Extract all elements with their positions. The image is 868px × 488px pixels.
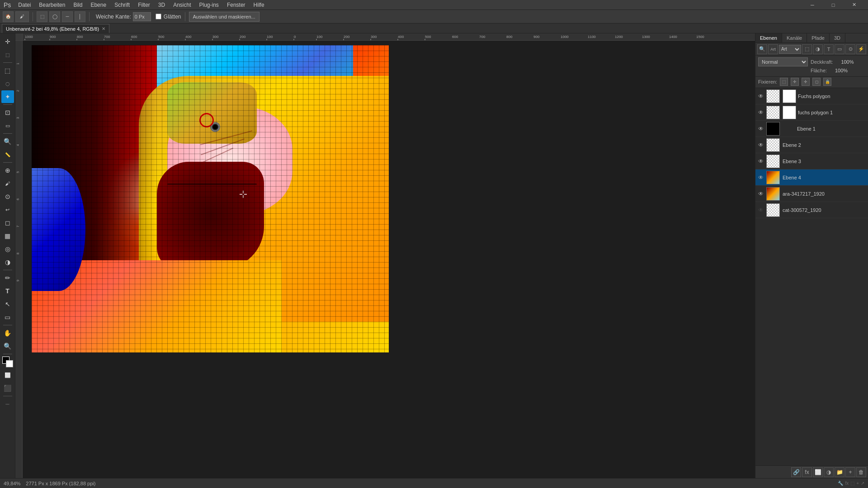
filter-layers-icon[interactable]: 🔍 (757, 44, 767, 54)
text-filter-btn[interactable]: T (824, 44, 834, 54)
brush-tool-left[interactable]: 🖌 (1, 177, 14, 190)
image-canvas-area[interactable] (23, 41, 755, 478)
layer-visibility-eye[interactable]: 👁 (757, 125, 764, 132)
layer-item[interactable]: 👁 Ebene 4 (755, 169, 868, 186)
path-select-left[interactable]: ↖ (1, 298, 14, 310)
status-bar-controls[interactable]: 🔧 fx ⬚ + ↗ (838, 481, 864, 486)
group-layers-btn[interactable]: 📁 (835, 467, 844, 477)
lock-all-btn[interactable]: 🔒 (823, 78, 831, 86)
add-mask-btn[interactable]: ⬜ (813, 467, 823, 477)
layer-name-label: ara-3417217_1920 (783, 191, 866, 197)
single-row-btn[interactable]: ─ (62, 11, 73, 22)
extra-tools[interactable]: ··· (1, 398, 14, 410)
tab-3d[interactable]: 3D (830, 33, 845, 42)
minimize-button[interactable]: ─ (802, 0, 823, 10)
pen-tool-left[interactable]: ✏ (1, 272, 14, 284)
new-layer-btn[interactable]: + (845, 467, 855, 477)
eyedropper-tool[interactable]: 🔍 (1, 135, 14, 148)
layer-visibility-eye[interactable]: 👁 (757, 206, 764, 214)
menu-hilfe[interactable]: Hilfe (250, 1, 268, 9)
layer-item[interactable]: 👁 Ebene 2 (755, 137, 868, 153)
single-col-btn[interactable]: │ (75, 11, 85, 22)
dodge-tool-left[interactable]: ◑ (1, 256, 14, 268)
menu-ebene[interactable]: Ebene (87, 1, 110, 9)
menu-3d[interactable]: 3D (155, 1, 169, 9)
ellipse-sel-btn[interactable]: ◯ (49, 11, 60, 22)
brush-preset-button[interactable]: 🖌 (15, 11, 29, 22)
adjustment-filter-btn[interactable]: ◑ (813, 44, 823, 54)
screen-mode-btn[interactable]: ⬛ (1, 382, 14, 394)
menu-ansicht[interactable]: Ansicht (170, 1, 194, 9)
layer-visibility-eye[interactable]: 👁 (757, 158, 764, 165)
gradient-tool-left[interactable]: ▦ (1, 230, 14, 242)
opacity-value[interactable]: 100% (836, 59, 854, 65)
link-layers-btn[interactable]: 🔗 (791, 467, 801, 477)
layer-visibility-eye[interactable]: 👁 (757, 190, 764, 197)
layer-style-btn[interactable]: fx (802, 467, 812, 477)
healing-brush-tool[interactable]: ⊕ (1, 164, 14, 177)
auswaehlen-maskieren-btn[interactable]: Auswählen und maskieren... (189, 12, 259, 22)
pixel-filter-btn[interactable]: ⬚ (802, 44, 812, 54)
blur-tool-left[interactable]: ◎ (1, 243, 14, 255)
tab-pfade[interactable]: Pfade (807, 33, 830, 42)
menu-bearbeiten[interactable]: Bearbeiten (35, 1, 69, 9)
menu-fenster[interactable]: Fenster (223, 1, 249, 9)
menu-schrift[interactable]: Schrift (111, 1, 133, 9)
fill-value[interactable]: 100% (830, 68, 848, 73)
layer-filter-select[interactable]: Art (779, 45, 801, 54)
artboard-tool[interactable]: ⬚ (1, 48, 14, 61)
clone-stamp-tool[interactable]: ⊙ (1, 190, 14, 203)
rect-selection-tool[interactable]: ⬚ (1, 64, 14, 77)
quick-mask-mode[interactable]: ⬜ (1, 369, 14, 381)
delete-layer-btn[interactable]: 🗑 (856, 467, 866, 477)
menu-plugins[interactable]: Plug-ins (196, 1, 222, 9)
hand-tool-left[interactable]: ✋ (1, 327, 14, 339)
ruler-tool[interactable]: 📏 (1, 148, 14, 161)
tab-ebenen[interactable]: Ebenen (755, 33, 782, 42)
layer-item[interactable]: 👁 Fuchs polygon (755, 88, 868, 104)
tab-close-btn[interactable]: ✕ (102, 26, 105, 31)
eraser-tool-left[interactable]: ◻ (1, 216, 14, 229)
quick-select-tool[interactable]: ✦ (1, 90, 14, 103)
smart-filter-btn[interactable]: ⊙ (845, 44, 855, 54)
document-tab[interactable]: Unbenannt-2 bei 49,8% (Ebene 4, RGB/8) ✕ (2, 24, 109, 33)
layer-visibility-eye[interactable]: 👁 (757, 174, 764, 181)
home-button[interactable]: 🏠 (3, 11, 14, 22)
frame-tool[interactable]: ▭ (1, 119, 14, 132)
shape-filter-btn[interactable]: ▭ (835, 44, 844, 54)
blend-mode-select[interactable]: Normal Multiplizieren (758, 57, 808, 66)
close-button[interactable]: ✕ (844, 0, 864, 10)
layer-item[interactable]: 👁 fuchs polygon 1 (755, 104, 868, 121)
tab-kanaele[interactable]: Kanäle (782, 33, 807, 42)
adjustment-layer-btn[interactable]: ◑ (824, 467, 834, 477)
layer-item[interactable]: 👁 Ebene 3 (755, 153, 868, 169)
foreground-bg-colors[interactable] (1, 356, 14, 368)
lock-transparent-btn[interactable]: ⬚ (780, 78, 788, 86)
rect-sel-btn[interactable]: ⬚ (37, 11, 47, 22)
layer-item[interactable]: 👁 ara-3417217_1920 (755, 186, 868, 202)
weiche-kante-input[interactable] (133, 12, 151, 21)
layer-visibility-eye[interactable]: 👁 (757, 93, 764, 100)
layer-visibility-eye[interactable]: 👁 (757, 109, 764, 116)
maximize-button[interactable]: □ (823, 0, 844, 10)
layer-type-filter[interactable]: Art (768, 44, 778, 54)
move-tool[interactable]: ✛ (1, 35, 14, 48)
document-canvas[interactable] (32, 45, 389, 352)
history-brush-tool[interactable]: ↩ (1, 203, 14, 216)
menu-filter[interactable]: Filter (134, 1, 154, 9)
menu-datei[interactable]: Datei (14, 1, 34, 9)
lock-image-btn[interactable]: ✛ (791, 78, 799, 86)
menu-bild[interactable]: Bild (70, 1, 86, 9)
filter-toggle[interactable]: ⚡ (856, 44, 866, 54)
shape-tool-left[interactable]: ▭ (1, 311, 14, 324)
crop-tool[interactable]: ⊡ (1, 106, 14, 119)
lasso-tool[interactable]: ◌ (1, 77, 14, 90)
layer-item[interactable]: 👁 Ebene 1 (755, 121, 868, 137)
glatten-checkbox[interactable] (156, 14, 161, 19)
layer-item[interactable]: 👁 cat-300572_1920 (755, 202, 868, 218)
lock-position-btn[interactable]: ✛ (802, 78, 810, 86)
text-tool-left[interactable]: T (1, 285, 14, 297)
zoom-tool-left[interactable]: 🔍 (1, 340, 14, 352)
lock-artboard-btn[interactable]: ◻ (812, 78, 821, 86)
layer-visibility-eye[interactable]: 👁 (757, 141, 764, 149)
